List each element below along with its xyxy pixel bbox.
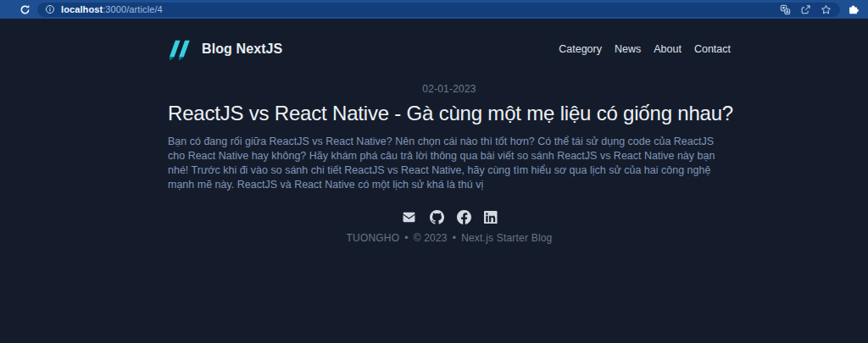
nav-link-news[interactable]: News [615, 43, 641, 55]
address-bar[interactable]: localhost:3000/article/4 [37, 3, 840, 17]
nav-link-about[interactable]: About [654, 43, 682, 55]
footer-separator: • [453, 232, 456, 244]
brand-title: Blog NextJS [202, 41, 282, 57]
url-path: :3000/article/4 [103, 4, 163, 14]
translate-icon[interactable] [778, 3, 792, 16]
footer-text: TUONGHO•© 2023•Next.js Starter Blog [168, 232, 731, 244]
facebook-icon[interactable] [457, 210, 471, 224]
linkedin-icon[interactable] [484, 211, 498, 224]
extensions-button[interactable] [844, 2, 863, 17]
url-text[interactable]: localhost:3000/article/4 [61, 3, 163, 17]
brand-logo-icon [168, 37, 193, 61]
footer-separator: • [404, 232, 408, 244]
brand-home-link[interactable]: Blog NextJS [168, 37, 282, 61]
post-date: 02-01-2023 [168, 83, 731, 95]
post-summary: Bạn có đang rối giữa ReactJS vs React Na… [168, 135, 731, 192]
post-title: ReactJS vs React Native - Gà cùng một mẹ… [168, 102, 731, 125]
site-header: Blog NextJS Category News About Contact [168, 19, 731, 62]
puzzle-icon [848, 3, 860, 15]
footer-copyright: © 2023 [414, 232, 448, 244]
mail-icon[interactable] [401, 210, 417, 224]
page-background: Blog NextJS Category News About Contact … [0, 19, 868, 343]
url-host: localhost [61, 4, 103, 14]
info-icon[interactable] [45, 4, 55, 14]
nav-link-category[interactable]: Category [559, 43, 602, 55]
footer-author: TUONGHO [347, 232, 400, 244]
reload-icon [19, 4, 31, 15]
footer-site-name: Next.js Starter Blog [461, 232, 552, 244]
social-links [168, 210, 731, 224]
share-icon[interactable] [798, 3, 812, 16]
main-nav: Category News About Contact [559, 43, 731, 55]
browser-toolbar: localhost:3000/article/4 [0, 0, 868, 19]
reload-button[interactable] [18, 3, 31, 16]
nav-link-contact[interactable]: Contact [694, 43, 731, 55]
github-icon[interactable] [430, 210, 444, 224]
star-icon[interactable] [819, 3, 832, 16]
